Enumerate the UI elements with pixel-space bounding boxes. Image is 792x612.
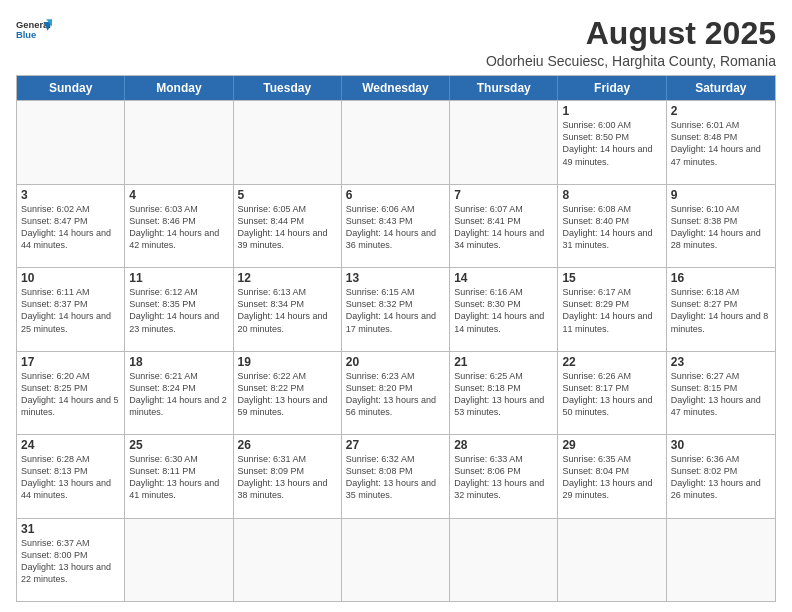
table-row: 19Sunrise: 6:22 AM Sunset: 8:22 PM Dayli… bbox=[234, 352, 342, 434]
day-info: Sunrise: 6:21 AM Sunset: 8:24 PM Dayligh… bbox=[129, 370, 228, 419]
svg-text:Blue: Blue bbox=[16, 30, 36, 40]
day-info: Sunrise: 6:28 AM Sunset: 8:13 PM Dayligh… bbox=[21, 453, 120, 502]
day-number: 1 bbox=[562, 104, 661, 118]
table-row: 28Sunrise: 6:33 AM Sunset: 8:06 PM Dayli… bbox=[450, 435, 558, 517]
day-number: 30 bbox=[671, 438, 771, 452]
day-number: 19 bbox=[238, 355, 337, 369]
day-info: Sunrise: 6:26 AM Sunset: 8:17 PM Dayligh… bbox=[562, 370, 661, 419]
table-row: 5Sunrise: 6:05 AM Sunset: 8:44 PM Daylig… bbox=[234, 185, 342, 267]
day-number: 27 bbox=[346, 438, 445, 452]
day-info: Sunrise: 6:02 AM Sunset: 8:47 PM Dayligh… bbox=[21, 203, 120, 252]
day-info: Sunrise: 6:37 AM Sunset: 8:00 PM Dayligh… bbox=[21, 537, 120, 586]
day-info: Sunrise: 6:23 AM Sunset: 8:20 PM Dayligh… bbox=[346, 370, 445, 419]
day-info: Sunrise: 6:33 AM Sunset: 8:06 PM Dayligh… bbox=[454, 453, 553, 502]
day-number: 22 bbox=[562, 355, 661, 369]
table-row: 12Sunrise: 6:13 AM Sunset: 8:34 PM Dayli… bbox=[234, 268, 342, 350]
day-number: 31 bbox=[21, 522, 120, 536]
table-row: 30Sunrise: 6:36 AM Sunset: 8:02 PM Dayli… bbox=[667, 435, 775, 517]
day-number: 9 bbox=[671, 188, 771, 202]
page-header: General Blue August 2025 Odorheiu Secuie… bbox=[16, 16, 776, 69]
day-number: 16 bbox=[671, 271, 771, 285]
day-info: Sunrise: 6:08 AM Sunset: 8:40 PM Dayligh… bbox=[562, 203, 661, 252]
day-info: Sunrise: 6:06 AM Sunset: 8:43 PM Dayligh… bbox=[346, 203, 445, 252]
table-row: 21Sunrise: 6:25 AM Sunset: 8:18 PM Dayli… bbox=[450, 352, 558, 434]
day-number: 10 bbox=[21, 271, 120, 285]
day-number: 4 bbox=[129, 188, 228, 202]
day-info: Sunrise: 6:03 AM Sunset: 8:46 PM Dayligh… bbox=[129, 203, 228, 252]
weekday-thursday: Thursday bbox=[450, 76, 558, 100]
day-info: Sunrise: 6:18 AM Sunset: 8:27 PM Dayligh… bbox=[671, 286, 771, 335]
table-row: 14Sunrise: 6:16 AM Sunset: 8:30 PM Dayli… bbox=[450, 268, 558, 350]
day-number: 17 bbox=[21, 355, 120, 369]
title-block: August 2025 Odorheiu Secuiesc, Harghita … bbox=[486, 16, 776, 69]
day-number: 3 bbox=[21, 188, 120, 202]
calendar-row: 1Sunrise: 6:00 AM Sunset: 8:50 PM Daylig… bbox=[17, 100, 775, 183]
calendar-row: 10Sunrise: 6:11 AM Sunset: 8:37 PM Dayli… bbox=[17, 267, 775, 350]
day-number: 6 bbox=[346, 188, 445, 202]
day-info: Sunrise: 6:07 AM Sunset: 8:41 PM Dayligh… bbox=[454, 203, 553, 252]
day-number: 12 bbox=[238, 271, 337, 285]
table-row: 13Sunrise: 6:15 AM Sunset: 8:32 PM Dayli… bbox=[342, 268, 450, 350]
table-row: 3Sunrise: 6:02 AM Sunset: 8:47 PM Daylig… bbox=[17, 185, 125, 267]
day-info: Sunrise: 6:00 AM Sunset: 8:50 PM Dayligh… bbox=[562, 119, 661, 168]
day-number: 23 bbox=[671, 355, 771, 369]
day-number: 15 bbox=[562, 271, 661, 285]
weekday-monday: Monday bbox=[125, 76, 233, 100]
table-row: 2Sunrise: 6:01 AM Sunset: 8:48 PM Daylig… bbox=[667, 101, 775, 183]
calendar-row: 31Sunrise: 6:37 AM Sunset: 8:00 PM Dayli… bbox=[17, 518, 775, 601]
calendar-row: 24Sunrise: 6:28 AM Sunset: 8:13 PM Dayli… bbox=[17, 434, 775, 517]
table-row bbox=[342, 519, 450, 601]
table-row: 31Sunrise: 6:37 AM Sunset: 8:00 PM Dayli… bbox=[17, 519, 125, 601]
table-row: 8Sunrise: 6:08 AM Sunset: 8:40 PM Daylig… bbox=[558, 185, 666, 267]
subtitle: Odorheiu Secuiesc, Harghita County, Roma… bbox=[486, 53, 776, 69]
table-row: 16Sunrise: 6:18 AM Sunset: 8:27 PM Dayli… bbox=[667, 268, 775, 350]
logo: General Blue bbox=[16, 16, 52, 44]
table-row: 7Sunrise: 6:07 AM Sunset: 8:41 PM Daylig… bbox=[450, 185, 558, 267]
table-row: 1Sunrise: 6:00 AM Sunset: 8:50 PM Daylig… bbox=[558, 101, 666, 183]
weekday-friday: Friday bbox=[558, 76, 666, 100]
table-row: 26Sunrise: 6:31 AM Sunset: 8:09 PM Dayli… bbox=[234, 435, 342, 517]
day-info: Sunrise: 6:10 AM Sunset: 8:38 PM Dayligh… bbox=[671, 203, 771, 252]
day-info: Sunrise: 6:30 AM Sunset: 8:11 PM Dayligh… bbox=[129, 453, 228, 502]
calendar: Sunday Monday Tuesday Wednesday Thursday… bbox=[16, 75, 776, 602]
day-info: Sunrise: 6:01 AM Sunset: 8:48 PM Dayligh… bbox=[671, 119, 771, 168]
day-info: Sunrise: 6:12 AM Sunset: 8:35 PM Dayligh… bbox=[129, 286, 228, 335]
day-number: 5 bbox=[238, 188, 337, 202]
day-number: 21 bbox=[454, 355, 553, 369]
table-row: 18Sunrise: 6:21 AM Sunset: 8:24 PM Dayli… bbox=[125, 352, 233, 434]
day-number: 26 bbox=[238, 438, 337, 452]
day-info: Sunrise: 6:31 AM Sunset: 8:09 PM Dayligh… bbox=[238, 453, 337, 502]
day-number: 29 bbox=[562, 438, 661, 452]
main-title: August 2025 bbox=[486, 16, 776, 51]
day-info: Sunrise: 6:36 AM Sunset: 8:02 PM Dayligh… bbox=[671, 453, 771, 502]
table-row: 24Sunrise: 6:28 AM Sunset: 8:13 PM Dayli… bbox=[17, 435, 125, 517]
generalblue-logo-icon: General Blue bbox=[16, 16, 52, 44]
table-row: 29Sunrise: 6:35 AM Sunset: 8:04 PM Dayli… bbox=[558, 435, 666, 517]
day-number: 20 bbox=[346, 355, 445, 369]
table-row bbox=[125, 101, 233, 183]
day-info: Sunrise: 6:20 AM Sunset: 8:25 PM Dayligh… bbox=[21, 370, 120, 419]
table-row bbox=[667, 519, 775, 601]
day-info: Sunrise: 6:35 AM Sunset: 8:04 PM Dayligh… bbox=[562, 453, 661, 502]
day-info: Sunrise: 6:17 AM Sunset: 8:29 PM Dayligh… bbox=[562, 286, 661, 335]
table-row: 25Sunrise: 6:30 AM Sunset: 8:11 PM Dayli… bbox=[125, 435, 233, 517]
table-row: 10Sunrise: 6:11 AM Sunset: 8:37 PM Dayli… bbox=[17, 268, 125, 350]
day-number: 28 bbox=[454, 438, 553, 452]
day-number: 8 bbox=[562, 188, 661, 202]
table-row: 17Sunrise: 6:20 AM Sunset: 8:25 PM Dayli… bbox=[17, 352, 125, 434]
table-row: 11Sunrise: 6:12 AM Sunset: 8:35 PM Dayli… bbox=[125, 268, 233, 350]
table-row bbox=[450, 519, 558, 601]
weekday-wednesday: Wednesday bbox=[342, 76, 450, 100]
table-row bbox=[558, 519, 666, 601]
table-row: 15Sunrise: 6:17 AM Sunset: 8:29 PM Dayli… bbox=[558, 268, 666, 350]
day-info: Sunrise: 6:11 AM Sunset: 8:37 PM Dayligh… bbox=[21, 286, 120, 335]
table-row: 27Sunrise: 6:32 AM Sunset: 8:08 PM Dayli… bbox=[342, 435, 450, 517]
day-number: 11 bbox=[129, 271, 228, 285]
table-row: 6Sunrise: 6:06 AM Sunset: 8:43 PM Daylig… bbox=[342, 185, 450, 267]
table-row: 22Sunrise: 6:26 AM Sunset: 8:17 PM Dayli… bbox=[558, 352, 666, 434]
table-row bbox=[234, 519, 342, 601]
day-info: Sunrise: 6:27 AM Sunset: 8:15 PM Dayligh… bbox=[671, 370, 771, 419]
day-number: 24 bbox=[21, 438, 120, 452]
table-row: 23Sunrise: 6:27 AM Sunset: 8:15 PM Dayli… bbox=[667, 352, 775, 434]
day-info: Sunrise: 6:16 AM Sunset: 8:30 PM Dayligh… bbox=[454, 286, 553, 335]
